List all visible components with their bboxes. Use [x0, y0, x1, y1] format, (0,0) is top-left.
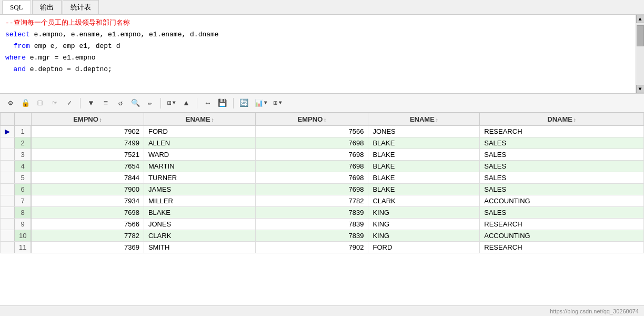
- row-indicator: [1, 242, 15, 253]
- toolbar-reload-btn[interactable]: 🔄: [238, 97, 250, 110]
- toolbar-down-btn[interactable]: ▼: [85, 97, 97, 110]
- toolbar-lock-btn[interactable]: 🔒: [19, 97, 32, 110]
- table-cell: BLAKE: [368, 172, 480, 184]
- status-url: https://blog.csdn.net/qq_30260074: [550, 308, 639, 314]
- table-row[interactable]: 77934MILLER7782CLARKACCOUNTING: [1, 195, 644, 207]
- row-number: 5: [15, 172, 32, 184]
- table-cell: BLAKE: [368, 137, 480, 149]
- toolbar-chart-dropdown[interactable]: 📊▼: [253, 98, 269, 108]
- toolbar-grid-dropdown[interactable]: ⊞▼: [165, 98, 178, 108]
- row-number: 7: [15, 195, 32, 207]
- col-empno2-header[interactable]: EMPNO↕: [256, 113, 368, 126]
- table-cell: BLAKE: [368, 184, 480, 195]
- col-ename1-header[interactable]: ENAME↕: [144, 113, 256, 126]
- table-cell: 7839: [256, 230, 368, 242]
- results-table-container[interactable]: EMPNO↕ ENAME↕ EMPNO↕ ENAME↕ DNAME↕ ▶1790…: [0, 113, 644, 305]
- row-indicator: [1, 184, 15, 195]
- row-number: 2: [15, 137, 32, 149]
- toolbar-up-btn[interactable]: ▲: [180, 97, 193, 110]
- table-cell: 7698: [256, 149, 368, 161]
- row-number: 6: [15, 184, 32, 195]
- scrollbar-vertical[interactable]: ▲ ▼: [636, 15, 644, 93]
- table-row[interactable]: ▶17902FORD7566JONESRESEARCH: [1, 126, 644, 137]
- table-cell: 7521: [31, 149, 144, 161]
- table-cell: SALES: [480, 207, 644, 219]
- table-cell: TURNER: [144, 172, 256, 184]
- table-cell: 7900: [31, 184, 144, 195]
- table-cell: 7839: [256, 219, 368, 230]
- table-cell: 7902: [31, 126, 144, 137]
- table-cell: 7499: [31, 137, 144, 149]
- table-cell: RESEARCH: [480, 219, 644, 230]
- table-cell: RESEARCH: [480, 126, 644, 137]
- table-row[interactable]: 107782CLARK7839KINGACCOUNTING: [1, 230, 644, 242]
- table-cell: SALES: [480, 149, 644, 161]
- table-cell: CLARK: [368, 195, 480, 207]
- table-cell: CLARK: [144, 230, 256, 242]
- table-row[interactable]: 27499ALLEN7698BLAKESALES: [1, 137, 644, 149]
- table-cell: 7782: [31, 230, 144, 242]
- toolbar-list-btn[interactable]: ≡: [99, 97, 112, 110]
- toolbar-transfer-btn[interactable]: ↔: [202, 97, 214, 110]
- table-cell: 7698: [31, 207, 144, 219]
- table-cell: MILLER: [144, 195, 256, 207]
- tab-bar: SQL 输出 统计表: [0, 0, 644, 15]
- toolbar-refresh-btn[interactable]: ↺: [114, 97, 127, 110]
- table-cell: JAMES: [144, 184, 256, 195]
- table-cell: 7698: [256, 137, 368, 149]
- toolbar-select-btn[interactable]: ☞: [48, 97, 61, 110]
- table-row[interactable]: 37521WARD7698BLAKESALES: [1, 149, 644, 161]
- table-cell: WARD: [144, 149, 256, 161]
- table-cell: 7782: [256, 195, 368, 207]
- table-row[interactable]: 47654MARTIN7698BLAKESALES: [1, 161, 644, 172]
- toolbar: ⚙ 🔒 □ ☞ ✓ ▼ ≡ ↺ 🔍 ✏ ⊞▼ ▲ ↔ 💾 🔄 📊▼ ⊞▼: [0, 94, 644, 113]
- col-ename2-header[interactable]: ENAME↕: [368, 113, 480, 126]
- scroll-down-btn[interactable]: ▼: [636, 85, 645, 93]
- toolbar-search-btn[interactable]: 🔍: [129, 97, 142, 110]
- row-number: 8: [15, 207, 32, 219]
- scroll-up-btn[interactable]: ▲: [636, 15, 645, 23]
- table-header-row: EMPNO↕ ENAME↕ EMPNO↕ ENAME↕ DNAME↕: [1, 113, 644, 126]
- row-indicator: [1, 172, 15, 184]
- table-cell: FORD: [144, 126, 256, 137]
- table-cell: KING: [368, 219, 480, 230]
- separator-3: [197, 98, 197, 108]
- table-cell: 7654: [31, 161, 144, 172]
- code-comment: --查询每一个员工的上级领导和部门名称: [5, 18, 639, 29]
- code-editor[interactable]: --查询每一个员工的上级领导和部门名称 select e.empno, e.en…: [0, 15, 644, 94]
- toolbar-settings-btn[interactable]: ⚙: [4, 97, 17, 110]
- row-number: 3: [15, 149, 32, 161]
- scroll-thumb[interactable]: [637, 25, 644, 46]
- toolbar-save-btn[interactable]: 💾: [216, 97, 229, 110]
- table-row[interactable]: 87698BLAKE7839KINGSALES: [1, 207, 644, 219]
- table-cell: SALES: [480, 137, 644, 149]
- code-line-1: select e.empno, e.ename, e1.empno, e1.en…: [5, 29, 639, 41]
- table-cell: 7902: [256, 242, 368, 253]
- table-row[interactable]: 117369SMITH7902FORDRESEARCH: [1, 242, 644, 253]
- table-cell: 7369: [31, 242, 144, 253]
- table-cell: KING: [368, 207, 480, 219]
- toolbar-copy-btn[interactable]: □: [34, 97, 46, 110]
- toolbar-table-dropdown[interactable]: ⊞▼: [271, 98, 284, 108]
- table-cell: 7698: [256, 172, 368, 184]
- toolbar-edit-btn[interactable]: ✏: [144, 97, 156, 110]
- toolbar-check-btn[interactable]: ✓: [63, 97, 76, 110]
- row-indicator: [1, 207, 15, 219]
- table-cell: ALLEN: [144, 137, 256, 149]
- tab-output[interactable]: 输出: [32, 0, 62, 14]
- table-cell: KING: [368, 230, 480, 242]
- status-bar: https://blog.csdn.net/qq_30260074: [0, 305, 644, 316]
- table-row[interactable]: 67900JAMES7698BLAKESALES: [1, 184, 644, 195]
- table-cell: MARTIN: [144, 161, 256, 172]
- tab-stats[interactable]: 统计表: [63, 0, 99, 14]
- table-row[interactable]: 57844TURNER7698BLAKESALES: [1, 172, 644, 184]
- table-cell: SALES: [480, 184, 644, 195]
- table-row[interactable]: 97566JONES7839KINGRESEARCH: [1, 219, 644, 230]
- code-line-4: and e.deptno = d.deptno;: [5, 64, 639, 75]
- table-cell: ACCOUNTING: [480, 230, 644, 242]
- col-dname-header[interactable]: DNAME↕: [480, 113, 644, 126]
- tab-sql[interactable]: SQL: [2, 1, 31, 14]
- row-number: 9: [15, 219, 32, 230]
- col-empno1-header[interactable]: EMPNO↕: [31, 113, 144, 126]
- row-number: 11: [15, 242, 32, 253]
